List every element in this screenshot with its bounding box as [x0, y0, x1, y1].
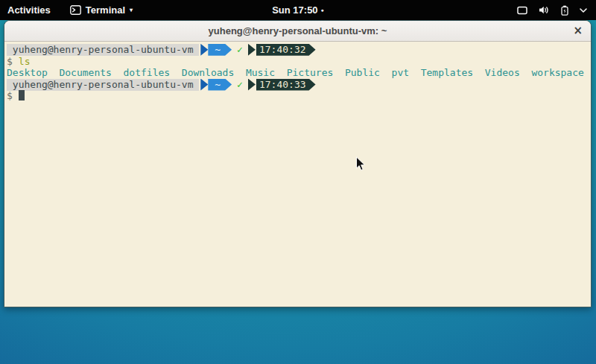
prompt-time: 17:40:32: [256, 44, 316, 56]
input-line[interactable]: $: [7, 90, 591, 102]
battery-charging-icon: [561, 5, 568, 16]
prompt-symbol: $: [7, 56, 13, 67]
window-title: yuheng@henry-personal-ubuntu-vm: ~: [209, 25, 387, 36]
output-line: Desktop Documents dotfiles Downloads Mus…: [7, 67, 591, 79]
status-check-icon: ✓: [232, 79, 247, 91]
notification-dot-icon: ●: [321, 7, 324, 13]
powerline-arrow-icon: [248, 79, 256, 91]
prompt-line: yuheng@henry-personal-ubuntu-vm ~ ✓ 17:4…: [7, 79, 591, 91]
prompt-cwd: ~: [208, 44, 232, 56]
powerline-arrow-icon: [248, 44, 256, 56]
wired-network-icon: [517, 6, 527, 15]
chevron-down-icon: ▾: [130, 7, 133, 13]
command-text: ls: [19, 56, 31, 67]
activities-button[interactable]: Activities: [7, 4, 51, 16]
terminal-icon: [70, 5, 81, 15]
window-titlebar[interactable]: yuheng@henry-personal-ubuntu-vm: ~ ×: [4, 21, 591, 42]
powerline-arrow-icon: [200, 79, 208, 91]
clock-label[interactable]: Sun 17:50: [272, 4, 317, 16]
terminal-content[interactable]: yuheng@henry-personal-ubuntu-vm ~ ✓ 17:4…: [4, 42, 591, 307]
prompt-cwd: ~: [208, 79, 232, 91]
volume-icon: [539, 5, 550, 15]
app-menu-label: Terminal: [86, 4, 125, 16]
powerline-arrow-icon: [200, 44, 208, 56]
status-check-icon: ✓: [232, 44, 247, 56]
chevron-down-icon: [580, 8, 587, 13]
prompt-userhost: yuheng@henry-personal-ubuntu-vm: [7, 79, 199, 91]
prompt-line: yuheng@henry-personal-ubuntu-vm ~ ✓ 17:4…: [7, 44, 591, 56]
terminal-window: yuheng@henry-personal-ubuntu-vm: ~ × yuh…: [4, 20, 592, 307]
prompt-userhost: yuheng@henry-personal-ubuntu-vm: [7, 44, 199, 56]
directory-list: Desktop Documents dotfiles Downloads Mus…: [7, 67, 584, 78]
app-menu-terminal[interactable]: Terminal ▾: [70, 4, 133, 16]
top-bar: Activities Terminal ▾ Sun 17:50●: [0, 0, 596, 20]
prompt-time: 17:40:33: [256, 79, 316, 91]
system-status-area[interactable]: [517, 0, 587, 20]
prompt-symbol: $: [7, 90, 13, 101]
terminal-cursor: [19, 90, 25, 100]
close-button[interactable]: ×: [573, 25, 583, 36]
command-line: $ls: [7, 56, 591, 68]
